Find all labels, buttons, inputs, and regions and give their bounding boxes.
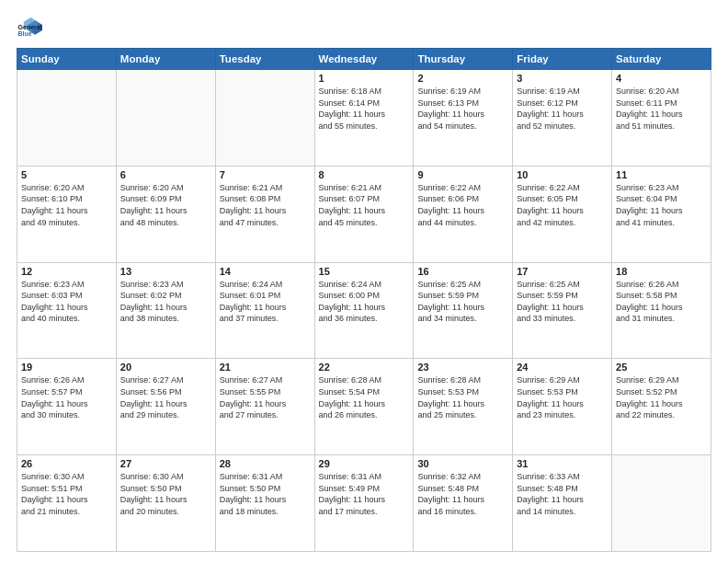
day-info: Sunrise: 6:30 AM Sunset: 5:51 PM Dayligh… — [21, 471, 112, 517]
day-info: Sunrise: 6:27 AM Sunset: 5:56 PM Dayligh… — [120, 374, 211, 420]
day-number: 1 — [319, 73, 410, 84]
day-number: 2 — [417, 73, 508, 84]
day-cell: 12Sunrise: 6:23 AM Sunset: 6:03 PM Dayli… — [17, 262, 117, 359]
day-info: Sunrise: 6:27 AM Sunset: 5:55 PM Dayligh… — [220, 374, 311, 420]
day-cell: 26Sunrise: 6:30 AM Sunset: 5:51 PM Dayli… — [17, 455, 117, 552]
week-row-3: 12Sunrise: 6:23 AM Sunset: 6:03 PM Dayli… — [17, 262, 711, 359]
day-number: 4 — [616, 73, 707, 84]
day-number: 16 — [417, 266, 508, 277]
day-number: 17 — [517, 266, 608, 277]
day-cell: 5Sunrise: 6:20 AM Sunset: 6:10 PM Daylig… — [17, 166, 117, 262]
day-number: 18 — [616, 266, 707, 277]
week-row-2: 5Sunrise: 6:20 AM Sunset: 6:10 PM Daylig… — [17, 166, 711, 262]
header: General Blue — [17, 15, 711, 40]
day-cell: 19Sunrise: 6:26 AM Sunset: 5:57 PM Dayli… — [17, 359, 117, 455]
day-cell: 11Sunrise: 6:23 AM Sunset: 6:04 PM Dayli… — [612, 166, 711, 262]
day-number: 29 — [319, 458, 410, 469]
day-info: Sunrise: 6:20 AM Sunset: 6:11 PM Dayligh… — [616, 86, 707, 132]
day-info: Sunrise: 6:19 AM Sunset: 6:13 PM Dayligh… — [417, 86, 508, 132]
day-cell — [116, 70, 215, 167]
col-header-saturday: Saturday — [612, 49, 711, 70]
col-header-sunday: Sunday — [17, 49, 117, 70]
day-number: 25 — [616, 362, 707, 373]
day-info: Sunrise: 6:23 AM Sunset: 6:02 PM Dayligh… — [120, 279, 211, 325]
day-cell: 8Sunrise: 6:21 AM Sunset: 6:07 PM Daylig… — [314, 166, 414, 262]
col-header-thursday: Thursday — [414, 49, 513, 70]
day-info: Sunrise: 6:32 AM Sunset: 5:48 PM Dayligh… — [417, 471, 508, 517]
day-info: Sunrise: 6:31 AM Sunset: 5:50 PM Dayligh… — [220, 471, 311, 517]
col-header-wednesday: Wednesday — [314, 49, 414, 70]
day-number: 15 — [319, 266, 410, 277]
day-info: Sunrise: 6:22 AM Sunset: 6:06 PM Dayligh… — [417, 182, 508, 228]
day-number: 30 — [417, 458, 508, 469]
page: General Blue SundayMondayTuesdayWednesda… — [0, 0, 728, 563]
day-info: Sunrise: 6:23 AM Sunset: 6:04 PM Dayligh… — [616, 182, 707, 228]
day-info: Sunrise: 6:26 AM Sunset: 5:57 PM Dayligh… — [21, 374, 112, 420]
day-number: 12 — [21, 266, 112, 277]
day-cell — [17, 70, 117, 167]
day-number: 11 — [616, 169, 707, 180]
day-number: 6 — [120, 169, 211, 180]
day-cell: 23Sunrise: 6:28 AM Sunset: 5:53 PM Dayli… — [414, 359, 513, 455]
day-info: Sunrise: 6:29 AM Sunset: 5:52 PM Dayligh… — [616, 374, 707, 420]
day-cell: 21Sunrise: 6:27 AM Sunset: 5:55 PM Dayli… — [215, 359, 314, 455]
day-info: Sunrise: 6:26 AM Sunset: 5:58 PM Dayligh… — [616, 279, 707, 325]
day-cell: 29Sunrise: 6:31 AM Sunset: 5:49 PM Dayli… — [314, 455, 414, 552]
day-cell: 6Sunrise: 6:20 AM Sunset: 6:09 PM Daylig… — [116, 166, 215, 262]
day-info: Sunrise: 6:19 AM Sunset: 6:12 PM Dayligh… — [517, 86, 608, 132]
logo-icon: General Blue — [17, 15, 42, 40]
day-info: Sunrise: 6:28 AM Sunset: 5:53 PM Dayligh… — [417, 374, 508, 420]
day-info: Sunrise: 6:25 AM Sunset: 5:59 PM Dayligh… — [517, 279, 608, 325]
day-number: 23 — [417, 362, 508, 373]
calendar-table: SundayMondayTuesdayWednesdayThursdayFrid… — [17, 48, 711, 552]
day-cell — [215, 70, 314, 167]
day-cell: 10Sunrise: 6:22 AM Sunset: 6:05 PM Dayli… — [513, 166, 612, 262]
day-number: 24 — [517, 362, 608, 373]
day-number: 8 — [319, 169, 410, 180]
day-number: 9 — [417, 169, 508, 180]
day-cell: 14Sunrise: 6:24 AM Sunset: 6:01 PM Dayli… — [215, 262, 314, 359]
day-info: Sunrise: 6:21 AM Sunset: 6:08 PM Dayligh… — [220, 182, 311, 228]
day-cell: 1Sunrise: 6:18 AM Sunset: 6:14 PM Daylig… — [314, 70, 414, 167]
day-number: 31 — [517, 458, 608, 469]
day-cell: 18Sunrise: 6:26 AM Sunset: 5:58 PM Dayli… — [612, 262, 711, 359]
day-info: Sunrise: 6:21 AM Sunset: 6:07 PM Dayligh… — [319, 182, 410, 228]
day-info: Sunrise: 6:18 AM Sunset: 6:14 PM Dayligh… — [319, 86, 410, 132]
day-info: Sunrise: 6:28 AM Sunset: 5:54 PM Dayligh… — [319, 374, 410, 420]
day-cell: 31Sunrise: 6:33 AM Sunset: 5:48 PM Dayli… — [513, 455, 612, 552]
day-info: Sunrise: 6:20 AM Sunset: 6:10 PM Dayligh… — [21, 182, 112, 228]
day-number: 10 — [517, 169, 608, 180]
week-row-4: 19Sunrise: 6:26 AM Sunset: 5:57 PM Dayli… — [17, 359, 711, 455]
day-info: Sunrise: 6:31 AM Sunset: 5:49 PM Dayligh… — [319, 471, 410, 517]
day-info: Sunrise: 6:30 AM Sunset: 5:50 PM Dayligh… — [120, 471, 211, 517]
day-cell: 9Sunrise: 6:22 AM Sunset: 6:06 PM Daylig… — [414, 166, 513, 262]
day-cell: 24Sunrise: 6:29 AM Sunset: 5:53 PM Dayli… — [513, 359, 612, 455]
day-cell — [612, 455, 711, 552]
logo: General Blue — [17, 15, 46, 40]
day-info: Sunrise: 6:25 AM Sunset: 5:59 PM Dayligh… — [417, 279, 508, 325]
day-cell: 4Sunrise: 6:20 AM Sunset: 6:11 PM Daylig… — [612, 70, 711, 167]
col-header-tuesday: Tuesday — [215, 49, 314, 70]
day-cell: 25Sunrise: 6:29 AM Sunset: 5:52 PM Dayli… — [612, 359, 711, 455]
day-cell: 27Sunrise: 6:30 AM Sunset: 5:50 PM Dayli… — [116, 455, 215, 552]
day-number: 7 — [220, 169, 311, 180]
day-cell: 17Sunrise: 6:25 AM Sunset: 5:59 PM Dayli… — [513, 262, 612, 359]
day-cell: 16Sunrise: 6:25 AM Sunset: 5:59 PM Dayli… — [414, 262, 513, 359]
day-cell: 2Sunrise: 6:19 AM Sunset: 6:13 PM Daylig… — [414, 70, 513, 167]
day-number: 21 — [220, 362, 311, 373]
day-cell: 30Sunrise: 6:32 AM Sunset: 5:48 PM Dayli… — [414, 455, 513, 552]
col-header-monday: Monday — [116, 49, 215, 70]
day-info: Sunrise: 6:29 AM Sunset: 5:53 PM Dayligh… — [517, 374, 608, 420]
week-row-5: 26Sunrise: 6:30 AM Sunset: 5:51 PM Dayli… — [17, 455, 711, 552]
day-number: 28 — [220, 458, 311, 469]
day-cell: 22Sunrise: 6:28 AM Sunset: 5:54 PM Dayli… — [314, 359, 414, 455]
day-number: 26 — [21, 458, 112, 469]
day-number: 5 — [21, 169, 112, 180]
day-cell: 20Sunrise: 6:27 AM Sunset: 5:56 PM Dayli… — [116, 359, 215, 455]
day-number: 27 — [120, 458, 211, 469]
day-number: 3 — [517, 73, 608, 84]
day-info: Sunrise: 6:33 AM Sunset: 5:48 PM Dayligh… — [517, 471, 608, 517]
day-cell: 13Sunrise: 6:23 AM Sunset: 6:02 PM Dayli… — [116, 262, 215, 359]
day-cell: 15Sunrise: 6:24 AM Sunset: 6:00 PM Dayli… — [314, 262, 414, 359]
svg-text:Blue: Blue — [18, 30, 32, 37]
